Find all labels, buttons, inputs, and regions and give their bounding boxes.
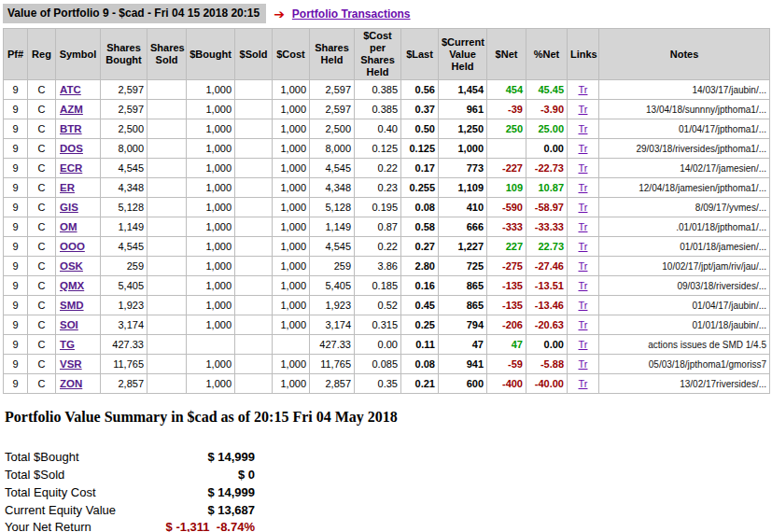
symbol-link[interactable]: ZON: [60, 378, 82, 389]
symbol-link[interactable]: SOI: [60, 319, 78, 330]
transactions-link[interactable]: Tr: [579, 280, 588, 291]
symbol-link[interactable]: BTR: [60, 123, 82, 134]
transactions-link[interactable]: Tr: [579, 358, 588, 370]
last-cell: 0.45: [401, 296, 439, 315]
symbol-link[interactable]: OSK: [60, 260, 83, 272]
sold-cell: [235, 178, 273, 198]
transactions-link[interactable]: Tr: [579, 260, 588, 272]
symbol-link[interactable]: ECR: [60, 162, 82, 174]
portfolio-page: Value of Portfolio 9 - $cad - Fri 04 15 …: [0, 0, 772, 532]
transactions-link[interactable]: Tr: [579, 182, 588, 193]
net-cell: -590: [487, 198, 526, 217]
shares-sold-cell: [147, 315, 187, 335]
cost-per-share-cell: 0.87: [355, 217, 401, 237]
cost-per-share-cell: 0.00: [355, 335, 401, 355]
symbol-link[interactable]: QMX: [60, 280, 84, 291]
transactions-link[interactable]: Tr: [579, 202, 588, 213]
symbol-link[interactable]: OM: [60, 221, 77, 232]
pct-net-cell: -33.33: [526, 217, 568, 237]
pct-net-cell: 45.45: [526, 80, 568, 100]
transactions-link[interactable]: Tr: [579, 104, 588, 115]
table-row: 9COM1,1491,0001,0001,1490.870.58666-333-…: [4, 217, 770, 237]
last-cell: 0.125: [401, 139, 439, 159]
transactions-link[interactable]: Tr: [579, 339, 588, 350]
summary-table: Total $Bought$ 14,999Total $Sold$ 0Total…: [5, 448, 255, 532]
notes-cell: 13/04/18/sunnny/jpthoma1/...: [599, 100, 770, 119]
transactions-link[interactable]: Tr: [579, 221, 588, 232]
pct-net-cell: -13.46: [526, 296, 568, 315]
symbol-link[interactable]: VSR: [60, 358, 82, 370]
table-row: 9CZON2,8571,0001,0002,8570.350.21600-400…: [4, 374, 770, 394]
cost-per-share-cell: 0.385: [355, 80, 401, 100]
cost-cell: 1,000: [273, 296, 310, 315]
last-cell: 0.58: [401, 217, 439, 237]
bought-cell: 1,000: [187, 139, 235, 159]
symbol-cell: OSK: [56, 257, 101, 276]
summary-value: $ 14,999: [144, 448, 255, 466]
shares-sold-cell: [147, 198, 187, 217]
symbol-link[interactable]: SMD: [60, 300, 84, 311]
notes-cell: 01/04/17/jaubin/...: [599, 296, 770, 315]
summary-body: Total $Bought$ 14,999Total $Sold$ 0Total…: [5, 448, 255, 532]
pct-net-cell: -5.88: [526, 355, 568, 374]
symbol-link[interactable]: ATC: [60, 84, 81, 95]
cost-per-share-cell: 0.22: [355, 159, 401, 178]
net-cell: 109: [487, 178, 526, 198]
transactions-link[interactable]: Tr: [579, 84, 588, 95]
shares-sold-cell: [147, 257, 187, 276]
notes-cell: 8/09/17/yvmes/...: [599, 198, 770, 217]
symbol-cell: AZM: [56, 100, 101, 119]
symbol-cell: ER: [56, 178, 101, 198]
bought-cell: 1,000: [187, 296, 235, 315]
symbol-cell: BTR: [56, 119, 101, 139]
symbol-cell: DOS: [56, 139, 101, 159]
symbol-link[interactable]: GIS: [60, 202, 78, 213]
reg-cell: C: [28, 315, 56, 335]
column-header-symbol: Symbol: [56, 29, 101, 80]
column-header-shares-held: Shares Held: [310, 29, 355, 80]
symbol-link[interactable]: DOS: [60, 143, 83, 154]
net-cell: -275: [487, 257, 526, 276]
red-arrow-icon: ➔: [274, 7, 285, 21]
current-value-cell: 47: [439, 335, 487, 355]
transactions-link[interactable]: Tr: [579, 143, 588, 154]
shares-bought-cell: 1,149: [101, 217, 147, 237]
last-cell: 0.16: [401, 276, 439, 296]
pct-net-cell: -58.97: [526, 198, 568, 217]
transactions-link[interactable]: Tr: [579, 319, 588, 330]
table-row: 9CQMX5,4051,0001,0005,4050.1850.16865-13…: [4, 276, 770, 296]
transactions-link[interactable]: Tr: [579, 378, 588, 389]
transactions-link[interactable]: Tr: [579, 300, 588, 311]
sold-cell: [235, 237, 273, 257]
column-header-pct-net: %Net: [526, 29, 568, 80]
transactions-link[interactable]: Tr: [579, 162, 588, 174]
sold-cell: [235, 198, 273, 217]
transactions-link[interactable]: Tr: [579, 123, 588, 134]
portfolio-transactions-link[interactable]: Portfolio Transactions: [292, 7, 411, 21]
symbol-link[interactable]: TG: [60, 339, 75, 350]
bought-cell: 1,000: [187, 119, 235, 139]
shares-sold-cell: [147, 80, 187, 100]
reg-cell: C: [28, 198, 56, 217]
notes-cell: 01/01/18/jamesien/...: [599, 237, 770, 257]
summary-label: Current Equity Value: [5, 501, 144, 519]
pf-cell: 9: [4, 237, 28, 257]
transactions-link[interactable]: Tr: [579, 241, 588, 252]
reg-cell: C: [28, 119, 56, 139]
shares-bought-cell: 2,857: [101, 374, 147, 394]
shares-bought-cell: 427.33: [101, 335, 147, 355]
shares-held-cell: 1,923: [310, 296, 355, 315]
table-row: 9CATC2,5971,0001,0002,5970.3850.561,4544…: [4, 80, 770, 100]
symbol-link[interactable]: AZM: [60, 104, 83, 115]
symbol-cell: SMD: [56, 296, 101, 315]
notes-cell: 10/02/17/jpt/jam/riv/jau/...: [599, 257, 770, 276]
pct-net-cell: 0.00: [526, 335, 568, 355]
link-cell: Tr: [568, 139, 599, 159]
column-header-shares-bought: Shares Bought: [101, 29, 147, 80]
bought-cell: 1,000: [187, 217, 235, 237]
cost-cell: 1,000: [273, 159, 310, 178]
symbol-link[interactable]: OOO: [60, 241, 85, 252]
pf-cell: 9: [4, 100, 28, 119]
sold-cell: [235, 355, 273, 374]
symbol-link[interactable]: ER: [60, 182, 75, 193]
